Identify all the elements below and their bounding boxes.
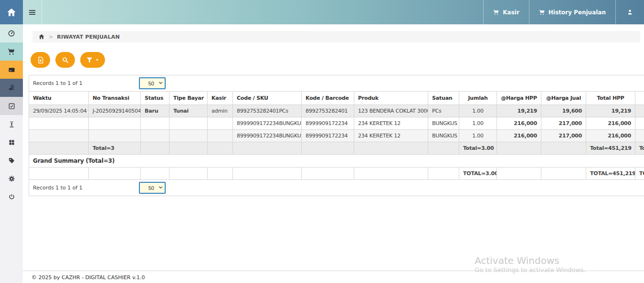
sidebar-item-settings[interactable] [0, 169, 23, 188]
brand-home-button[interactable] [0, 0, 23, 24]
cell-jumlah: 1.00 [459, 117, 497, 130]
watermark-line1: Activate Windows [475, 255, 586, 266]
cell [354, 168, 428, 180]
main-content: > RIWAYAT PENJUALAN Records 1 to 1 of 1 [23, 24, 644, 283]
gear-icon [8, 175, 15, 182]
cell-total-hpp: Total=451,219 [586, 142, 635, 155]
column-header-status[interactable]: Status [141, 92, 169, 105]
cell [169, 142, 208, 155]
cell [541, 168, 586, 180]
cell-grand-total-clipped: TOTAL= [635, 168, 644, 180]
cell [541, 142, 586, 155]
sidebar-item-harga[interactable] [0, 151, 23, 169]
page-size-select[interactable]: 50 [139, 182, 166, 194]
column-header-jumlah[interactable]: Jumlah [459, 92, 497, 105]
cell-jumlah: 1.00 [459, 130, 497, 142]
cell-produk: 234 KERETEK 12 [354, 117, 428, 130]
sidebar-item-produk[interactable] [0, 133, 23, 151]
column-header-harga-hpp[interactable]: @Harga HPP [497, 92, 541, 105]
cell-no-transaksi [89, 130, 141, 142]
cell [169, 168, 208, 180]
sidebar-item-stok[interactable] [0, 115, 23, 133]
column-header-produk[interactable]: Produk [354, 92, 428, 105]
nav-item-user-menu[interactable] [615, 0, 644, 24]
cell-harga-jual: 19,600 [541, 105, 586, 117]
column-header-total-hpp[interactable]: Total HPP [586, 92, 635, 105]
filter-dropdown-button[interactable] [80, 52, 105, 68]
search-icon [62, 56, 69, 64]
cell [302, 142, 354, 155]
cell-total-jumlah: Total=3.00 [459, 142, 497, 155]
cell-kasir: admin [208, 105, 233, 117]
cell-status: Baru [141, 105, 169, 117]
sidebar-item-logout[interactable] [0, 188, 23, 206]
grand-summary-label: Grand Summary (Total=3) [29, 155, 644, 168]
cell [233, 142, 302, 155]
cell-total-hpp: 216,000 [586, 117, 635, 130]
sidebar-item-dashboard[interactable] [0, 24, 23, 42]
cell [428, 142, 459, 155]
nav-item-kasir[interactable]: Kasir [483, 0, 529, 24]
check-square-icon [8, 103, 15, 110]
cell-kasir [208, 130, 233, 142]
caret-down-icon [95, 58, 99, 62]
cell-clipped [635, 105, 644, 117]
cell [89, 168, 141, 180]
cell-kode-barcode: 8999909172234 [302, 117, 354, 130]
column-header-tipe-bayar[interactable]: Tipe Bayar [169, 92, 208, 105]
cell-produk: 123 BENDERA COKLAT 300G [354, 105, 428, 117]
cell-total-hpp: 19,219 [586, 105, 635, 117]
top-navbar: Kasir History Penjualan [0, 0, 644, 24]
user-icon [626, 9, 633, 16]
nav-item-history-penjualan[interactable]: History Penjualan [529, 0, 615, 24]
grid-toolbar-bottom: Records 1 to 1 of 1 50 [29, 179, 644, 196]
column-header-code-sku[interactable]: Code / SKU [233, 92, 302, 105]
home-icon [38, 33, 45, 40]
cell [497, 168, 541, 180]
copyright-text: © 2025 by CAZHR - DIGITAL CASHIER v.1.0 [32, 274, 145, 281]
page-size-select[interactable]: 50 [139, 77, 166, 89]
grand-summary-label-row: Grand Summary (Total=3) [29, 155, 644, 168]
column-header-satuan[interactable]: Satuan [428, 92, 459, 105]
column-header-kode-barcode[interactable]: Kode / Barcode [302, 92, 354, 105]
column-header-no-transaksi[interactable]: No Transaksi [89, 92, 141, 105]
cell-no-transaksi [89, 117, 141, 130]
cell [302, 168, 354, 180]
power-icon [8, 193, 15, 200]
cell-harga-jual: 217,000 [541, 117, 586, 130]
column-header-waktu[interactable]: Waktu [29, 92, 89, 105]
cell [29, 168, 89, 180]
sidebar-item-history-penjualan[interactable] [0, 61, 23, 79]
breadcrumb-home-link[interactable] [38, 33, 45, 40]
column-header-harga-jual[interactable]: @Harga Jual [541, 92, 586, 105]
sidebar-item-kasir[interactable] [0, 42, 23, 61]
sales-grid: Records 1 to 1 of 1 50 Waktu No Transaks… [29, 75, 644, 196]
boxes-icon [8, 139, 15, 146]
home-icon [6, 7, 17, 18]
search-button[interactable] [55, 52, 75, 68]
table-row: 29/09/2025 14:05:04 J-20250929140504 Bar… [29, 105, 644, 117]
records-status: Records 1 to 1 of 1 [33, 80, 83, 86]
cell-harga-hpp: 216,000 [497, 130, 541, 142]
cart-icon [493, 9, 499, 15]
gauge-icon [8, 30, 15, 37]
page-size-wrapper: 50 [139, 182, 166, 194]
cell-no-transaksi: J-20250929140504 [89, 105, 141, 117]
breadcrumb-separator: > [49, 34, 53, 40]
column-header-clipped[interactable] [635, 92, 644, 105]
cell-harga-hpp: 216,000 [497, 117, 541, 130]
cell-total-count: Total=3 [89, 142, 141, 155]
cell [208, 168, 233, 180]
cash-register-icon [8, 84, 15, 92]
export-excel-button[interactable] [31, 52, 50, 68]
page-title: RIWAYAT PENJUALAN [57, 34, 120, 40]
breadcrumb: > RIWAYAT PENJUALAN [32, 31, 640, 42]
column-header-kasir[interactable]: Kasir [208, 92, 233, 105]
sidebar-item-approval[interactable] [0, 97, 23, 115]
sidebar-toggle-button[interactable] [23, 0, 42, 24]
cell [497, 142, 541, 155]
cell-total-clipped: Total= [635, 142, 644, 155]
pos-terminal-icon [8, 66, 16, 74]
cell-grand-total-hpp: TOTAL=451,219 [586, 168, 635, 180]
sidebar-item-transaksi[interactable] [0, 79, 23, 97]
